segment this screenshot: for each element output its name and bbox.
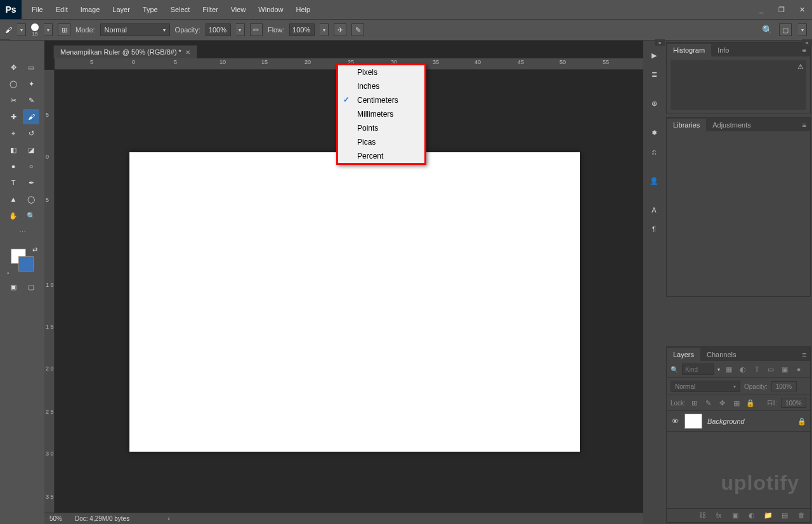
tab-info[interactable]: Info bbox=[711, 44, 735, 56]
libraries-panel-menu[interactable]: ≡ bbox=[799, 119, 810, 131]
clone-stamp-tool[interactable]: ⌖ bbox=[5, 126, 22, 141]
filter-dropdown-icon[interactable]: ▾ bbox=[717, 367, 720, 372]
ruler-unit-points[interactable]: Points bbox=[338, 121, 424, 135]
maximize-button[interactable]: ❐ bbox=[771, 0, 792, 19]
pressure-size-button[interactable]: ✎ bbox=[351, 23, 364, 36]
lock-pixels-icon[interactable]: ✎ bbox=[704, 399, 714, 407]
new-layer-icon[interactable]: ▤ bbox=[780, 511, 790, 520]
collapse-panels-toggle[interactable]: » bbox=[802, 39, 812, 46]
document-tab[interactable]: Menampilkan Ruler @ 50% (RGB/8#) * ✕ bbox=[53, 45, 197, 58]
quick-select-tool[interactable]: ✦ bbox=[23, 76, 39, 91]
menu-window[interactable]: Window bbox=[252, 0, 289, 19]
ruler-unit-centimeters[interactable]: Centimeters bbox=[338, 93, 424, 107]
hand-tool[interactable]: ✋ bbox=[5, 208, 22, 223]
brushes-icon[interactable]: ✹ bbox=[646, 124, 662, 141]
flow-slider-dropdown[interactable]: ▾ bbox=[320, 23, 329, 36]
quick-mask-button[interactable]: ▣ bbox=[5, 279, 22, 294]
layer-fx-icon[interactable]: fx bbox=[714, 511, 724, 520]
character-icon[interactable]: A bbox=[646, 202, 662, 218]
menu-layer[interactable]: Layer bbox=[106, 0, 136, 19]
ruler-unit-picas[interactable]: Picas bbox=[338, 135, 424, 149]
filter-pixel-icon[interactable]: ▦ bbox=[724, 365, 734, 374]
flow-input[interactable]: 100% bbox=[289, 23, 315, 36]
properties-icon[interactable]: ≣ bbox=[646, 66, 662, 82]
filter-shape-icon[interactable]: ▭ bbox=[766, 365, 776, 374]
path-select-tool[interactable]: ▲ bbox=[5, 192, 22, 207]
layer-filter-input[interactable] bbox=[682, 364, 714, 375]
shape-tool[interactable]: ◯ bbox=[23, 192, 39, 207]
pressure-opacity-button[interactable]: ✏ bbox=[250, 23, 263, 36]
workspace-dropdown[interactable]: ▾ bbox=[798, 23, 807, 36]
collapse-dock-toggle[interactable]: « bbox=[655, 39, 665, 46]
screen-mode-button[interactable]: ▢ bbox=[23, 279, 39, 294]
default-colors-icon[interactable]: ▫ bbox=[7, 270, 10, 277]
blend-mode-dropdown[interactable]: Normal▾ bbox=[100, 23, 170, 36]
eraser-tool[interactable]: ◧ bbox=[5, 142, 22, 157]
zoom-tool[interactable]: 🔍 bbox=[23, 208, 39, 223]
airbrush-button[interactable]: ✈ bbox=[334, 23, 346, 36]
patch-tool[interactable]: ✚ bbox=[5, 109, 22, 124]
menu-filter[interactable]: Filter bbox=[196, 0, 224, 19]
workspace-switcher[interactable]: ▢ bbox=[779, 23, 792, 36]
close-tab-icon[interactable]: ✕ bbox=[185, 49, 190, 56]
history-brush-tool[interactable]: ↺ bbox=[23, 126, 39, 141]
brush-tool[interactable]: 🖌 bbox=[23, 109, 39, 124]
menu-view[interactable]: View bbox=[225, 0, 252, 19]
filter-type-icon[interactable]: T bbox=[752, 365, 762, 373]
lock-transparent-icon[interactable]: ⊞ bbox=[690, 399, 700, 407]
swap-colors-icon[interactable]: ⇄ bbox=[32, 246, 37, 253]
layer-thumbnail[interactable] bbox=[684, 414, 702, 429]
tool-preset-dropdown[interactable]: ▾ bbox=[17, 23, 26, 36]
menu-file[interactable]: File bbox=[25, 0, 49, 19]
filter-smart-icon[interactable]: ▣ bbox=[780, 365, 790, 374]
tab-channels[interactable]: Channels bbox=[700, 348, 742, 361]
layer-mask-icon[interactable]: ▣ bbox=[730, 511, 740, 520]
vertical-ruler[interactable]: 5051 01 52 02 53 03 54 0 bbox=[44, 70, 55, 513]
layers-panel-menu[interactable]: ≡ bbox=[799, 348, 810, 361]
layer-opacity-input[interactable]: 100% bbox=[771, 381, 797, 391]
brush-picker-dropdown[interactable]: ▾ bbox=[44, 23, 53, 36]
zoom-level[interactable]: 50% bbox=[49, 515, 62, 522]
menu-image[interactable]: Image bbox=[74, 0, 107, 19]
paragraph-icon[interactable]: ¶ bbox=[646, 221, 662, 237]
layer-visibility-icon[interactable]: 👁 bbox=[671, 417, 679, 425]
gradient-tool[interactable]: ◪ bbox=[23, 142, 39, 157]
tab-adjustments[interactable]: Adjustments bbox=[706, 119, 757, 131]
ruler-unit-pixels[interactable]: Pixels bbox=[338, 65, 424, 79]
canvas[interactable] bbox=[129, 152, 580, 452]
menu-edit[interactable]: Edit bbox=[49, 0, 74, 19]
doc-size[interactable]: Doc: 4,29M/0 bytes bbox=[75, 515, 129, 522]
color-swatches[interactable]: ⇄ ▫ bbox=[10, 247, 35, 273]
lock-position-icon[interactable]: ✥ bbox=[717, 399, 728, 407]
opacity-slider-dropdown[interactable]: ▾ bbox=[236, 23, 245, 36]
delete-layer-icon[interactable]: 🗑 bbox=[796, 511, 806, 520]
ruler-unit-inches[interactable]: Inches bbox=[338, 79, 424, 93]
filter-adjust-icon[interactable]: ◐ bbox=[738, 365, 748, 374]
dodge-tool[interactable]: ○ bbox=[23, 159, 39, 174]
tab-histogram[interactable]: Histogram bbox=[667, 44, 711, 56]
statusbar-menu-icon[interactable]: › bbox=[167, 515, 169, 522]
menu-select[interactable]: Select bbox=[164, 0, 197, 19]
edit-toolbar[interactable]: ⋯ bbox=[14, 225, 30, 240]
actions-icon[interactable]: ▶ bbox=[646, 47, 662, 63]
tab-layers[interactable]: Layers bbox=[667, 348, 700, 361]
adjustment-layer-icon[interactable]: ◐ bbox=[747, 511, 757, 520]
clone-source-icon[interactable]: ⎌ bbox=[646, 143, 662, 160]
close-button[interactable]: ✕ bbox=[792, 0, 812, 19]
eyedropper-tool[interactable]: ✎ bbox=[23, 93, 39, 108]
lock-all-icon[interactable]: 🔒 bbox=[745, 399, 756, 407]
layer-blend-dropdown[interactable]: Normal▾ bbox=[671, 381, 740, 392]
menu-type[interactable]: Type bbox=[136, 0, 164, 19]
layer-group-icon[interactable]: 📁 bbox=[763, 511, 773, 520]
lasso-tool[interactable]: ◯ bbox=[5, 76, 22, 91]
brush-settings-icon[interactable]: ⊛ bbox=[646, 95, 662, 112]
background-color[interactable] bbox=[18, 256, 34, 272]
histogram-panel-menu[interactable]: ≡ bbox=[799, 44, 810, 56]
ruler-unit-millimeters[interactable]: Millimeters bbox=[338, 107, 424, 121]
menu-help[interactable]: Help bbox=[289, 0, 317, 19]
layer-name[interactable]: Background bbox=[707, 417, 745, 425]
minimize-button[interactable]: _ bbox=[751, 0, 771, 19]
link-layers-icon[interactable]: ⛓ bbox=[697, 511, 707, 520]
layer-comps-icon[interactable]: 👤 bbox=[646, 173, 662, 189]
histogram-warning-icon[interactable]: ⚠ bbox=[797, 63, 804, 71]
